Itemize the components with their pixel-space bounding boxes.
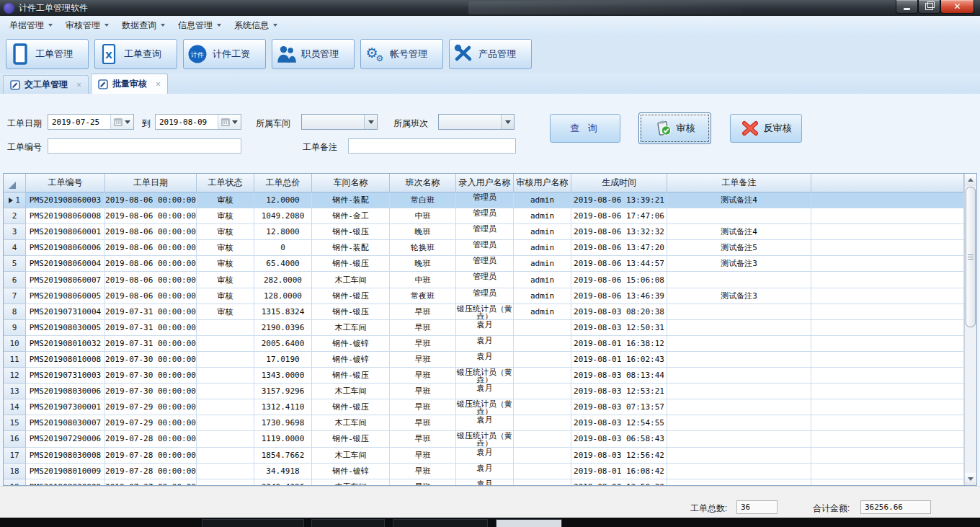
cell[interactable] [514, 320, 571, 336]
menu-item-1[interactable]: 单据管理 [3, 17, 59, 35]
cell[interactable]: 282.0000 [254, 272, 312, 288]
cell[interactable]: PMS201908010032 [26, 336, 105, 352]
cell[interactable] [667, 399, 811, 415]
row-header-12[interactable]: 12 [4, 368, 26, 384]
cell[interactable]: admin [514, 288, 571, 304]
table-row[interactable]: 5PMS2019080600042019-08-06 00:00:00审核65.… [4, 256, 964, 272]
cell[interactable]: 1854.7662 [254, 448, 312, 464]
row-header-6[interactable]: 6 [4, 272, 26, 288]
cell[interactable] [667, 352, 811, 368]
column-header-1[interactable]: 工单编号 [26, 174, 105, 192]
cell[interactable]: 2340.4296 [254, 479, 312, 485]
cell[interactable]: 1730.9698 [254, 415, 312, 431]
cell[interactable]: 晚班 [390, 256, 456, 272]
cell[interactable]: 管理员 [456, 256, 514, 272]
cell[interactable]: 轮换班 [390, 240, 456, 256]
cell[interactable]: 早班 [390, 415, 456, 431]
query-button[interactable]: 查 询 [550, 114, 620, 143]
minimize-button[interactable] [896, 0, 918, 14]
cell[interactable]: 早班 [390, 399, 456, 415]
cell[interactable]: 审核 [197, 272, 254, 288]
cell[interactable]: 2019-07-31 00:00:00 [105, 320, 197, 336]
cell[interactable]: 钢件-装配 [312, 192, 390, 208]
cell[interactable]: 17.0190 [254, 352, 312, 368]
cell[interactable]: 2019-08-01 16:38:12 [571, 336, 667, 352]
row-header-15[interactable]: 15 [4, 415, 26, 431]
row-header-9[interactable]: 9 [4, 320, 26, 336]
cell[interactable]: 锻压统计员（黄垚） [456, 368, 514, 384]
cell[interactable]: 审核 [197, 304, 254, 320]
select-all-corner[interactable] [4, 174, 26, 192]
row-header-5[interactable]: 5 [4, 256, 26, 272]
table-row[interactable]: 15PMS2019080300072019-07-29 00:00:001730… [4, 415, 964, 431]
cell[interactable]: 钢件-装配 [312, 240, 390, 256]
cell[interactable] [667, 304, 811, 320]
table-row[interactable]: 6PMS2019080600072019-08-06 00:00:00审核282… [4, 272, 964, 288]
cell[interactable] [667, 431, 811, 447]
cell[interactable] [197, 431, 254, 447]
cell[interactable] [197, 479, 254, 485]
date-from-picker[interactable]: 2019-07-25 [48, 114, 134, 130]
audit-button[interactable]: 审核 [638, 112, 711, 144]
table-row[interactable]: 7PMS2019080600052019-08-06 00:00:00审核128… [4, 288, 964, 304]
table-row[interactable]: 2PMS2019080600082019-08-06 00:00:00审核104… [4, 208, 964, 224]
cell[interactable]: 管理员 [456, 288, 514, 304]
cell[interactable]: 钢件-锻压 [312, 224, 390, 240]
cell[interactable] [197, 368, 254, 384]
cell[interactable]: PMS201908060004 [26, 256, 105, 272]
cell[interactable]: 1343.0000 [254, 368, 312, 384]
cell[interactable]: PMS201908030008 [26, 448, 105, 464]
cell[interactable]: admin [514, 224, 571, 240]
cell[interactable]: 2019-07-31 00:00:00 [105, 304, 197, 320]
column-header-8[interactable]: 审核用户名称 [514, 174, 571, 192]
cell[interactable]: PMS201908030007 [26, 415, 105, 431]
cell[interactable]: 1049.2080 [254, 208, 312, 224]
table-row[interactable]: 4PMS2019080600062019-08-06 00:00:00审核0钢件… [4, 240, 964, 256]
cell[interactable]: 2019-08-01 16:08:42 [571, 464, 667, 479]
cell[interactable]: 袁月 [456, 384, 514, 399]
cell[interactable]: 袁月 [456, 415, 514, 431]
cell[interactable] [667, 384, 811, 399]
cell[interactable]: 早班 [390, 464, 456, 479]
cell[interactable]: 审核 [197, 192, 254, 208]
cell[interactable]: 审核 [197, 240, 254, 256]
row-header-11[interactable]: 11 [4, 352, 26, 368]
cell[interactable]: PMS201908060007 [26, 272, 105, 288]
cell[interactable]: admin [514, 240, 571, 256]
menu-item-3[interactable]: 数据查询 [115, 17, 172, 35]
cell[interactable] [667, 208, 811, 224]
menu-item-5[interactable]: 系统信息 [228, 17, 284, 35]
cell[interactable]: 2019-07-31 00:00:00 [105, 336, 197, 352]
cell[interactable]: 2019-07-28 00:00:00 [105, 448, 197, 464]
cell[interactable]: 34.4918 [254, 464, 312, 479]
cell[interactable] [667, 415, 811, 431]
cell[interactable]: 袁月 [456, 464, 514, 479]
toolbar-button-5[interactable]: ⚙⚙帐号管理 [360, 39, 443, 69]
cell[interactable]: 2019-07-30 00:00:00 [105, 384, 197, 399]
cell[interactable]: PMS201907310004 [26, 304, 105, 320]
table-row[interactable]: 19PMS2019080300092019-07-27 00:00:002340… [4, 479, 964, 485]
table-row[interactable]: 13PMS2019080300062019-07-30 00:00:003157… [4, 384, 964, 399]
cell[interactable]: 钢件-锻压 [312, 368, 390, 384]
column-header-9[interactable]: 生成时间 [571, 174, 667, 192]
table-row[interactable]: 3PMS2019080600012019-08-06 00:00:00审核12.… [4, 224, 964, 240]
cell[interactable]: PMS201908060006 [26, 240, 105, 256]
cell[interactable] [197, 464, 254, 479]
cell[interactable]: 2019-08-03 12:56:42 [571, 448, 667, 464]
shift-select[interactable] [438, 114, 514, 130]
column-header-4[interactable]: 工单总价 [254, 174, 312, 192]
cell[interactable]: 2019-08-01 16:02:43 [571, 352, 667, 368]
cell[interactable]: 早班 [390, 384, 456, 399]
cell[interactable]: PMS201908060005 [26, 288, 105, 304]
cell[interactable]: 袁月 [456, 479, 514, 485]
tab-1[interactable]: 交工单管理× [3, 75, 89, 94]
cell[interactable]: 审核 [197, 288, 254, 304]
cell[interactable]: admin [514, 256, 571, 272]
cell[interactable]: 2019-07-30 00:00:00 [105, 368, 197, 384]
row-header-3[interactable]: 3 [4, 224, 26, 240]
cell[interactable]: 2019-08-06 13:47:20 [571, 240, 667, 256]
cell[interactable] [197, 352, 254, 368]
cell[interactable]: 锻压统计员（黄垚） [456, 431, 514, 447]
scroll-up-button[interactable] [965, 174, 976, 186]
cell[interactable]: 晚班 [390, 224, 456, 240]
